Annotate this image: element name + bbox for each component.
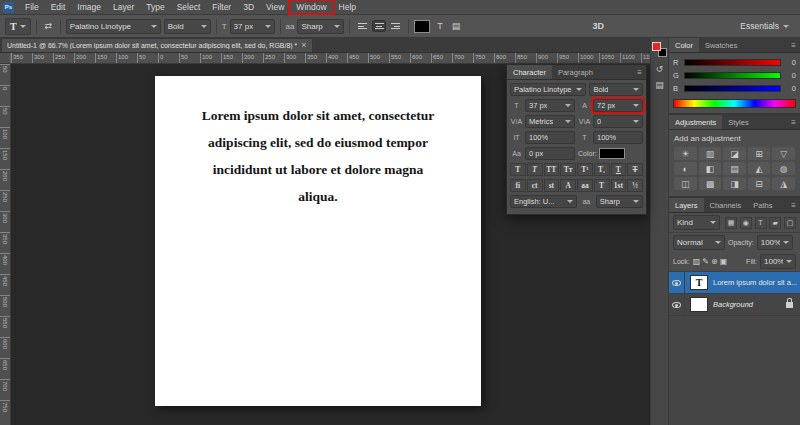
tab-paragraph[interactable]: Paragraph xyxy=(552,65,599,79)
lock-position-icon[interactable]: ⊕ xyxy=(711,257,718,266)
tab-adjustments[interactable]: Adjustments xyxy=(669,115,722,129)
menu-item-image[interactable]: Image xyxy=(71,1,107,13)
tab-character[interactable]: Character xyxy=(507,65,552,79)
superscript-icon[interactable]: T¹ xyxy=(577,163,593,176)
language-select[interactable]: English: U... xyxy=(510,195,577,208)
tab-styles[interactable]: Styles xyxy=(722,115,754,129)
blend-mode-select[interactable]: Normal xyxy=(673,235,725,250)
tab-paths[interactable]: Paths xyxy=(747,198,778,212)
opacity-select[interactable]: 100% xyxy=(757,235,793,250)
vertical-scale-input[interactable]: 100% xyxy=(525,131,575,144)
char-anti-alias-select[interactable]: Sharp xyxy=(596,195,643,208)
text-color-swatch[interactable] xyxy=(414,20,430,33)
filter-pixel-layers-icon[interactable]: ▦ xyxy=(725,217,737,229)
menu-item-3d[interactable]: 3D xyxy=(237,1,260,13)
invert-icon[interactable]: ▩ xyxy=(699,177,722,190)
all-caps-icon[interactable]: TT xyxy=(544,163,560,176)
exposure-icon[interactable]: ⊞ xyxy=(748,147,771,160)
color-chips-icon[interactable] xyxy=(652,42,667,57)
tool-preset-picker[interactable]: T xyxy=(5,18,31,35)
faux-bold-icon[interactable]: T xyxy=(510,163,526,176)
ligatures-icon[interactable]: fi xyxy=(510,179,526,192)
lock-transparency-icon[interactable]: ▨ xyxy=(693,257,701,266)
document-text-block[interactable]: Lorem ipsum dolor sit amet, consectetura… xyxy=(155,76,481,210)
lock-all-icon[interactable]: ▣ xyxy=(720,257,728,266)
color-slider[interactable] xyxy=(684,85,781,92)
titling-alternates-icon[interactable]: T xyxy=(594,179,610,192)
layer-row[interactable]: Background xyxy=(669,294,800,316)
tab-swatches[interactable]: Swatches xyxy=(699,38,744,52)
leading-select[interactable]: 72 px xyxy=(593,99,643,112)
levels-icon[interactable]: ▥ xyxy=(699,147,722,160)
kerning-select[interactable]: Metrics xyxy=(525,115,575,128)
vibrance-icon[interactable]: ▽ xyxy=(772,147,795,160)
align-right-icon[interactable] xyxy=(389,20,403,32)
contextual-alternates-icon[interactable]: ct xyxy=(527,179,543,192)
menu-item-help[interactable]: Help xyxy=(333,1,362,13)
char-font-size-select[interactable]: 37 px xyxy=(525,99,575,112)
tab-layers[interactable]: Layers xyxy=(669,198,704,212)
font-size-select[interactable]: 37 px xyxy=(230,19,275,34)
color-lookup-icon[interactable]: ◫ xyxy=(674,177,697,190)
brightness-contrast-icon[interactable]: ☀ xyxy=(674,147,697,160)
faux-italic-icon[interactable]: T xyxy=(527,163,543,176)
threshold-icon[interactable]: ⊟ xyxy=(748,177,771,190)
close-tab-icon[interactable]: × xyxy=(301,41,306,50)
char-font-family-select[interactable]: Palatino Linotype xyxy=(510,83,586,96)
color-ramp[interactable] xyxy=(673,99,796,108)
menu-item-edit[interactable]: Edit xyxy=(45,1,72,13)
character-color-swatch[interactable] xyxy=(599,148,625,159)
panel-menu-icon[interactable]: ≡ xyxy=(787,198,800,212)
foreground-color-chip[interactable] xyxy=(652,42,661,51)
filter-adjustment-layers-icon[interactable]: ◉ xyxy=(740,217,752,229)
properties-icon[interactable]: ▤ xyxy=(655,80,664,90)
stylistic-alternates-icon[interactable]: aa xyxy=(577,179,593,192)
fractions-icon[interactable]: ½ xyxy=(627,179,643,192)
underline-icon[interactable]: T xyxy=(611,163,627,176)
menu-item-filter[interactable]: Filter xyxy=(206,1,237,13)
ordinals-icon[interactable]: 1st xyxy=(611,179,627,192)
text-orientation-icon[interactable]: ⇄ xyxy=(42,20,55,32)
channel-mixer-icon[interactable]: ◍ xyxy=(772,162,795,175)
menu-item-window[interactable]: Window xyxy=(290,1,332,13)
hue-saturation-icon[interactable]: ◐ xyxy=(674,162,697,175)
black-white-icon[interactable]: ▤ xyxy=(723,162,746,175)
tracking-select[interactable]: 0 xyxy=(593,115,643,128)
subscript-icon[interactable]: T₁ xyxy=(594,163,610,176)
filter-smart-objects-icon[interactable]: ▢ xyxy=(784,217,796,229)
visibility-toggle[interactable] xyxy=(669,272,685,293)
warp-text-icon[interactable]: T xyxy=(433,20,446,32)
curves-icon[interactable]: ◪ xyxy=(723,147,746,160)
lock-pixels-icon[interactable]: ✎ xyxy=(702,257,709,266)
panel-menu-icon[interactable]: ≡ xyxy=(787,38,800,52)
menu-item-select[interactable]: Select xyxy=(171,1,207,13)
panel-menu-icon[interactable]: ≡ xyxy=(787,115,800,129)
char-font-style-select[interactable]: Bold xyxy=(589,83,643,96)
small-caps-icon[interactable]: Tт xyxy=(560,163,576,176)
menu-item-file[interactable]: File xyxy=(19,1,45,13)
filter-shape-layers-icon[interactable]: ▰ xyxy=(769,217,781,229)
menu-item-view[interactable]: View xyxy=(260,1,290,13)
align-left-icon[interactable] xyxy=(355,20,369,32)
document-tab[interactable]: Untitled-1 @ 66.7% (Lorem ipsum dolor si… xyxy=(1,38,313,52)
discretionary-ligatures-icon[interactable]: st xyxy=(544,179,560,192)
color-slider[interactable] xyxy=(684,72,781,79)
strikethrough-icon[interactable]: T xyxy=(627,163,643,176)
history-icon[interactable]: ↺ xyxy=(656,64,664,74)
horizontal-scale-input[interactable]: 100% xyxy=(593,131,643,144)
tab-channels[interactable]: Channels xyxy=(704,198,748,212)
swash-icon[interactable]: A xyxy=(560,179,576,192)
font-style-select[interactable]: Bold xyxy=(164,19,211,34)
document-page[interactable]: Lorem ipsum dolor sit amet, consectetura… xyxy=(155,76,481,406)
ruler-origin[interactable] xyxy=(0,53,11,63)
layer-filter-select[interactable]: Kind xyxy=(673,215,720,230)
font-family-select[interactable]: Palatino Linotype xyxy=(66,19,161,34)
filter-type-layers-icon[interactable]: T xyxy=(755,217,767,229)
fill-select[interactable]: 100% xyxy=(760,254,796,269)
baseline-shift-input[interactable]: 0 px xyxy=(525,147,575,160)
menu-item-layer[interactable]: Layer xyxy=(107,1,140,13)
toggle-character-panel-icon[interactable]: ▤ xyxy=(449,20,462,32)
color-slider[interactable] xyxy=(684,59,781,66)
workspace-button[interactable]: Essentials xyxy=(734,19,795,33)
posterize-icon[interactable]: ◨ xyxy=(723,177,746,190)
